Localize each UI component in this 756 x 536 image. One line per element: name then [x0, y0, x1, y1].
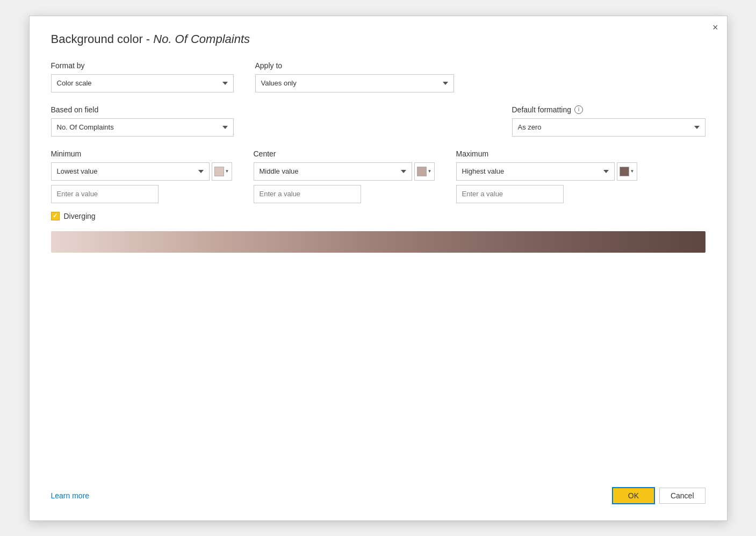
maximum-select[interactable]: Highest value Number Percent Percentile …	[456, 162, 615, 181]
format-apply-row: Format by Color scale Rules Field value …	[51, 61, 705, 92]
center-col: Center Middle value Number Percent Perce…	[254, 149, 435, 203]
minimum-value-input[interactable]	[51, 185, 159, 203]
maximum-col: Maximum Highest value Number Percent Per…	[456, 149, 637, 203]
apply-to-group: Apply to Values only Values and totals T…	[255, 61, 454, 92]
minimum-color-swatch	[214, 167, 224, 176]
apply-to-select[interactable]: Values only Values and totals Totals onl…	[255, 74, 454, 92]
footer-buttons: OK Cancel	[612, 487, 705, 504]
maximum-color-button[interactable]: ▼	[617, 162, 637, 181]
based-on-field-group: Based on field No. Of Complaints	[51, 105, 234, 137]
background-color-dialog: × Background color - No. Of Complaints F…	[29, 16, 728, 521]
maximum-color-chevron: ▼	[630, 169, 635, 174]
apply-to-label: Apply to	[255, 61, 454, 70]
gradient-bar	[51, 231, 705, 253]
dialog-footer: Learn more OK Cancel	[51, 476, 705, 504]
maximum-label: Maximum	[456, 149, 637, 158]
diverging-row: Diverging	[51, 212, 705, 220]
based-on-field-label: Based on field	[51, 105, 234, 114]
center-color-swatch	[417, 167, 427, 176]
maximum-color-swatch	[620, 167, 629, 176]
format-by-label: Format by	[51, 61, 234, 70]
default-formatting-group: Default formatting i As zero As blank As…	[512, 105, 705, 137]
minimum-color-chevron: ▼	[225, 169, 229, 174]
form-content: Format by Color scale Rules Field value …	[51, 61, 705, 476]
center-color-button[interactable]: ▼	[414, 162, 435, 181]
title-static: Background color -	[51, 32, 154, 46]
minimum-label: Minimum	[51, 149, 232, 158]
minimum-select[interactable]: Lowest value Number Percent Percentile F…	[51, 162, 210, 181]
format-by-select[interactable]: Color scale Rules Field value	[51, 74, 234, 92]
dialog-title: Background color - No. Of Complaints	[51, 32, 705, 46]
default-formatting-label: Default formatting i	[512, 105, 705, 114]
default-formatting-select[interactable]: As zero As blank As error	[512, 118, 705, 137]
cancel-button[interactable]: Cancel	[659, 488, 705, 504]
learn-more-link[interactable]: Learn more	[51, 491, 90, 500]
minimum-color-button[interactable]: ▼	[212, 162, 232, 181]
minimum-col: Minimum Lowest value Number Percent Perc…	[51, 149, 232, 203]
center-label: Center	[254, 149, 435, 158]
center-select-color-row: Middle value Number Percent Percentile F…	[254, 162, 435, 181]
diverging-label: Diverging	[64, 212, 96, 220]
ok-button[interactable]: OK	[612, 487, 655, 504]
maximum-value-input[interactable]	[456, 185, 564, 203]
diverging-checkbox[interactable]	[51, 212, 60, 220]
title-italic: No. Of Complaints	[153, 32, 250, 46]
minmax-row: Minimum Lowest value Number Percent Perc…	[51, 149, 705, 203]
based-on-field-select[interactable]: No. Of Complaints	[51, 118, 234, 137]
maximum-select-color-row: Highest value Number Percent Percentile …	[456, 162, 637, 181]
format-by-group: Format by Color scale Rules Field value	[51, 61, 234, 92]
close-button[interactable]: ×	[712, 23, 718, 32]
field-default-row: Based on field No. Of Complaints Default…	[51, 105, 705, 137]
center-value-input[interactable]	[254, 185, 361, 203]
center-select[interactable]: Middle value Number Percent Percentile F…	[254, 162, 412, 181]
minimum-select-color-row: Lowest value Number Percent Percentile F…	[51, 162, 232, 181]
center-color-chevron: ▼	[428, 169, 432, 174]
info-icon[interactable]: i	[574, 105, 583, 114]
